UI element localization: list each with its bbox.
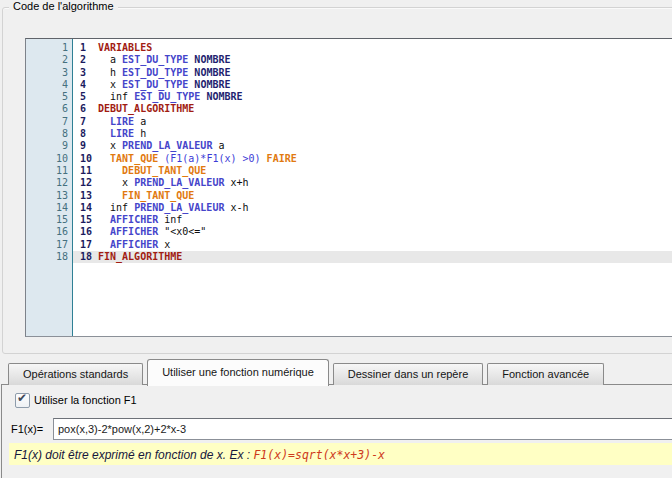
tab-bar: Opérations standardsUtiliser une fonctio… bbox=[8, 358, 604, 385]
code-line-number: 5 bbox=[73, 91, 98, 103]
code-line-number: 18 bbox=[73, 251, 98, 263]
gutter-line-number: 14 bbox=[26, 202, 73, 214]
code-line-number: 6 bbox=[73, 103, 98, 115]
gutter-line-number: 1 bbox=[26, 42, 73, 54]
code-text: TANT_QUE (F1(a)*F1(x) >0) FAIRE bbox=[98, 153, 297, 165]
code-line-10[interactable]: 1010 TANT_QUE (F1(a)*F1(x) >0) FAIRE bbox=[26, 153, 672, 165]
code-line-18[interactable]: 1818FIN_ALGORITHME bbox=[26, 251, 672, 263]
code-line-number: 17 bbox=[73, 239, 98, 251]
code-line-9[interactable]: 99 x PREND_LA_VALEUR a bbox=[26, 140, 672, 152]
code-line-8[interactable]: 88 LIRE h bbox=[26, 128, 672, 140]
code-line-number: 1 bbox=[73, 42, 98, 54]
tab-operations-standards[interactable]: Opérations standards bbox=[8, 363, 143, 385]
code-line-6[interactable]: 66DEBUT_ALGORITHME bbox=[26, 103, 672, 115]
gutter-line-number: 10 bbox=[26, 153, 73, 165]
gutter-line-number: 5 bbox=[26, 91, 73, 103]
code-line-12[interactable]: 1212 x PREND_LA_VALEUR x+h bbox=[26, 177, 672, 189]
code-line-number: 8 bbox=[73, 128, 98, 140]
code-line-number: 10 bbox=[73, 153, 98, 165]
code-line-number: 7 bbox=[73, 116, 98, 128]
gutter-line-number: 18 bbox=[26, 251, 73, 263]
gutter-line-number: 11 bbox=[26, 165, 73, 177]
code-text: inf EST_DU_TYPE NOMBRE bbox=[98, 91, 243, 103]
code-line-number: 4 bbox=[73, 79, 98, 91]
gutter-line-number: 8 bbox=[26, 128, 73, 140]
code-text: VARIABLES bbox=[98, 42, 152, 54]
code-text: AFFICHER x bbox=[98, 239, 170, 251]
use-function-checkbox[interactable]: ✔ bbox=[15, 393, 30, 408]
code-text: FIN_ALGORITHME bbox=[98, 251, 182, 263]
code-line-number: 11 bbox=[73, 165, 98, 177]
code-text: DEBUT_ALGORITHME bbox=[98, 103, 194, 115]
code-line-15[interactable]: 1515 AFFICHER inf bbox=[26, 214, 672, 226]
tab-dessiner-dans-un-repere[interactable]: Dessiner dans un repère bbox=[333, 363, 483, 385]
code-line-3[interactable]: 33 h EST_DU_TYPE NOMBRE bbox=[26, 67, 672, 79]
code-text: AFFICHER inf bbox=[98, 214, 182, 226]
hint-text: F1(x) doit être exprimé en fonction de x… bbox=[14, 448, 253, 462]
code-text: a EST_DU_TYPE NOMBRE bbox=[98, 54, 230, 66]
code-line-2[interactable]: 22 a EST_DU_TYPE NOMBRE bbox=[26, 54, 672, 66]
code-text: x EST_DU_TYPE NOMBRE bbox=[98, 79, 230, 91]
code-line-number: 14 bbox=[73, 202, 98, 214]
gutter-line-number: 3 bbox=[26, 67, 73, 79]
code-text: AFFICHER "<x0<=" bbox=[98, 226, 206, 238]
code-line-number: 9 bbox=[73, 140, 98, 152]
gutter-line-number: 6 bbox=[26, 103, 73, 115]
code-line-16[interactable]: 1616 AFFICHER "<x0<=" bbox=[26, 226, 672, 238]
code-text: LIRE a bbox=[98, 116, 146, 128]
checkmark-icon: ✔ bbox=[17, 391, 27, 405]
hint-example-code: F1(x)=sqrt(x*x+3)-x bbox=[253, 448, 385, 462]
function-tab-panel: ✔ Utiliser la fonction F1 F1(x)= F1(x) d… bbox=[1, 384, 672, 478]
tab-fonction-avancee[interactable]: Fonction avancée bbox=[487, 363, 604, 385]
code-line-4[interactable]: 44 x EST_DU_TYPE NOMBRE bbox=[26, 79, 672, 91]
use-function-label: Utiliser la fonction F1 bbox=[34, 393, 137, 407]
code-line-5[interactable]: 55 inf EST_DU_TYPE NOMBRE bbox=[26, 91, 672, 103]
code-line-number: 12 bbox=[73, 177, 98, 189]
code-editor[interactable]: 11VARIABLES22 a EST_DU_TYPE NOMBRE33 h E… bbox=[25, 38, 672, 337]
code-line-number: 13 bbox=[73, 190, 98, 202]
code-lines-container: 11VARIABLES22 a EST_DU_TYPE NOMBRE33 h E… bbox=[26, 42, 672, 263]
code-text: x PREND_LA_VALEUR a bbox=[98, 140, 224, 152]
code-line-1[interactable]: 11VARIABLES bbox=[26, 42, 672, 54]
gutter-line-number: 15 bbox=[26, 214, 73, 226]
code-line-13[interactable]: 1313 FIN_TANT_QUE bbox=[26, 190, 672, 202]
code-text: h EST_DU_TYPE NOMBRE bbox=[98, 67, 230, 79]
hint-bar: F1(x) doit être exprimé en fonction de x… bbox=[9, 443, 672, 465]
gutter-line-number: 9 bbox=[26, 140, 73, 152]
code-line-number: 15 bbox=[73, 214, 98, 226]
gutter-line-number: 4 bbox=[26, 79, 73, 91]
gutter-line-number: 17 bbox=[26, 239, 73, 251]
code-text: x PREND_LA_VALEUR x+h bbox=[98, 177, 249, 189]
gutter-line-number: 16 bbox=[26, 226, 73, 238]
code-text: DEBUT_TANT_QUE bbox=[98, 165, 206, 177]
fx-label: F1(x)= bbox=[11, 418, 43, 440]
code-line-number: 16 bbox=[73, 226, 98, 238]
gutter-line-number: 7 bbox=[26, 116, 73, 128]
gutter-line-number: 13 bbox=[26, 190, 73, 202]
gutter-line-number: 2 bbox=[26, 54, 73, 66]
code-line-11[interactable]: 1111 DEBUT_TANT_QUE bbox=[26, 165, 672, 177]
tab-utiliser-une-fonction-numerique[interactable]: Utiliser une fonction numérique bbox=[147, 359, 329, 386]
code-text: LIRE h bbox=[98, 128, 146, 140]
fx-expression-input[interactable] bbox=[53, 418, 672, 440]
code-line-7[interactable]: 77 LIRE a bbox=[26, 116, 672, 128]
code-text: inf PREND_LA_VALEUR x-h bbox=[98, 202, 249, 214]
gutter-line-number: 12 bbox=[26, 177, 73, 189]
code-line-number: 2 bbox=[73, 54, 98, 66]
groupbox-title: Code de l'algorithme bbox=[9, 0, 118, 12]
code-line-number: 3 bbox=[73, 67, 98, 79]
code-line-14[interactable]: 1414 inf PREND_LA_VALEUR x-h bbox=[26, 202, 672, 214]
code-line-17[interactable]: 1717 AFFICHER x bbox=[26, 239, 672, 251]
code-text: FIN_TANT_QUE bbox=[98, 190, 194, 202]
